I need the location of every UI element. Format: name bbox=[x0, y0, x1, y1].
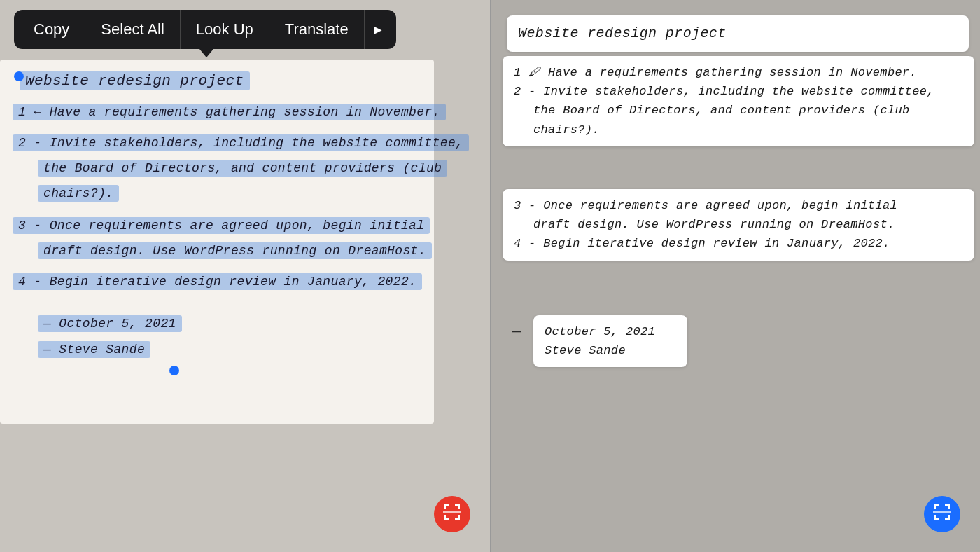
context-menu: Copy Select All Look Up Translate ▶ bbox=[14, 10, 396, 49]
svg-rect-12 bbox=[948, 504, 950, 509]
svg-rect-3 bbox=[458, 504, 460, 509]
item-4-text: 4 - Begin iterative design review in Jan… bbox=[514, 234, 963, 253]
line-2c-text: chairs?). bbox=[38, 185, 119, 202]
item-1-text: 1 🖊 Have a requirements gathering sessio… bbox=[514, 63, 963, 82]
svg-rect-14 bbox=[934, 515, 936, 520]
line-3a-text: 3 - Once requirements are agreed upon, b… bbox=[13, 217, 430, 234]
svg-rect-8 bbox=[443, 511, 461, 513]
scan-icon-right bbox=[933, 503, 951, 526]
line-1-text: 1 ← Have a requirements gathering sessio… bbox=[13, 104, 446, 120]
name-text: — Steve Sande bbox=[38, 341, 150, 358]
menu-pointer bbox=[200, 49, 214, 57]
scan-icon bbox=[443, 503, 461, 526]
item-2a-text: 2 - Invite stakeholders, including the w… bbox=[514, 82, 963, 101]
title-text: Website redesign project bbox=[20, 71, 250, 90]
line-4-text: 4 - Begin iterative design review in Jan… bbox=[13, 273, 422, 290]
line-2a-text: 2 - Invite stakeholders, including the w… bbox=[13, 134, 469, 151]
scan-fab-button-right[interactable] bbox=[924, 496, 960, 532]
extracted-date-text: October 5, 2021 bbox=[545, 322, 676, 341]
svg-rect-17 bbox=[933, 511, 951, 513]
scan-fab-button[interactable] bbox=[434, 496, 470, 532]
svg-rect-16 bbox=[948, 515, 950, 520]
item-3a-text: 3 - Once requirements are agreed upon, b… bbox=[514, 196, 963, 215]
svg-rect-1 bbox=[444, 504, 446, 509]
line-3b-text: draft design. Use WordPress running on D… bbox=[38, 242, 432, 259]
look-up-button[interactable]: Look Up bbox=[181, 10, 270, 49]
extracted-name-text: Steve Sande bbox=[545, 341, 676, 360]
line-2b-text: the Board of Directors, and content prov… bbox=[38, 160, 447, 177]
item-2c-text: chairs?). bbox=[514, 120, 963, 139]
date-text: — October 5, 2021 bbox=[38, 315, 182, 332]
selection-handle-top[interactable] bbox=[14, 71, 24, 81]
extracted-items-1-2-box: 1 🖊 Have a requirements gathering sessio… bbox=[503, 56, 974, 146]
extracted-title-box: Website redesign project bbox=[507, 15, 969, 52]
selection-handle-bottom[interactable] bbox=[169, 366, 179, 375]
select-all-button[interactable]: Select All bbox=[85, 10, 181, 49]
svg-rect-10 bbox=[934, 504, 936, 509]
translate-button[interactable]: Translate bbox=[270, 10, 365, 49]
item-3b-text: draft design. Use WordPress running on D… bbox=[514, 215, 963, 234]
extracted-items-3-4-box: 3 - Once requirements are agreed upon, b… bbox=[503, 189, 974, 261]
item-2b-text: the Board of Directors, and content prov… bbox=[514, 101, 963, 120]
svg-rect-7 bbox=[458, 515, 460, 520]
dash-mark: — bbox=[512, 324, 521, 340]
right-panel: Website redesign project 1 🖊 Have a requ… bbox=[490, 0, 980, 552]
more-options-arrow[interactable]: ▶ bbox=[365, 22, 392, 37]
copy-button[interactable]: Copy bbox=[18, 10, 85, 49]
extracted-signature-box: October 5, 2021 Steve Sande bbox=[533, 315, 687, 367]
svg-rect-5 bbox=[444, 515, 446, 520]
left-panel: Copy Select All Look Up Translate ▶ Webs… bbox=[0, 0, 490, 552]
